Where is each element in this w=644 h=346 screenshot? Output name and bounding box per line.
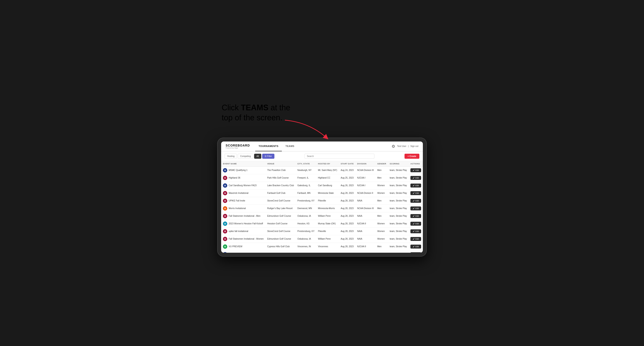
search-box [304,154,374,159]
edit-icon [412,238,415,240]
edit-button[interactable]: Edit [410,245,421,249]
edit-icon [412,223,415,225]
start-date-cell: Aug 28, 2023 [339,243,356,250]
actions-cell: Edit [409,181,423,189]
scoring-cell: team, Stroke Play [388,204,409,212]
edit-button[interactable]: Edit [410,176,421,180]
team-logo [223,214,227,218]
col-gender: GENDER [376,161,388,167]
event-name-cell: upike fall invitational [221,227,265,235]
hosting-filter-btn[interactable]: Hosting [225,154,237,159]
venue-cell: Faribault Golf Club [266,189,296,197]
city-state-cell: Faribault, MN [296,189,316,197]
city-state-cell: Hesston, KS [296,220,316,227]
edit-button[interactable]: Edit [410,183,421,187]
table-container: EVENT NAME VENUE CITY, STATE HOSTED BY S… [221,161,423,253]
edit-button[interactable]: Edit [410,214,421,218]
hosted-by-cell: John A Logan [316,250,339,253]
gender-cell: Women [376,189,388,197]
venue-cell: Cypress Hills Golf Club [266,243,296,250]
edit-button[interactable]: Edit [410,229,421,233]
table-row: Morris Invitational Ruttger's Bay Lake R… [221,204,423,212]
division-cell: NJCAA I [356,250,376,253]
table-row: 2023 Women's Hesston Fall Kickoff Hessto… [221,220,423,227]
edit-icon [412,230,415,232]
event-name-cell: MSMC Qualifying 1 [221,166,265,174]
all-filter-btn[interactable]: All [254,154,261,159]
logo-icon [224,238,226,240]
city-state-cell: Oskaloosa, IA [296,235,316,243]
actions-cell: Edit [409,227,423,235]
tab-tournaments[interactable]: TOURNAMENTS [255,142,282,151]
start-date-cell: Aug 28, 2023 [339,235,356,243]
edit-button[interactable]: Edit [410,222,421,226]
scoring-cell: team, Stroke Play [388,212,409,220]
logo-icon [224,192,226,194]
sign-out-link[interactable]: Sign out [410,145,418,147]
actions-cell: Edit [409,189,423,197]
hosted-by-cell: Minnesota-Morris [316,204,339,212]
event-name-cell: 2023 Women's Hesston Fall Kickoff [221,220,265,227]
city-state-cell: Freeport, IL [296,174,316,181]
header-right: Test User | Sign out [392,144,418,148]
logo-area: SCOREBOARD Powered by Clippi [226,144,250,149]
settings-icon[interactable] [392,144,395,148]
col-hosted-by: HOSTED BY [316,161,339,167]
start-date-cell: Aug 26, 2023 [339,181,356,189]
edit-icon [412,207,415,209]
tablet-frame: SCOREBOARD Powered by Clippi TOURNAMENTS… [217,138,426,257]
edit-button[interactable]: Edit [410,168,421,172]
edit-button[interactable]: Edit [410,199,421,203]
venue-cell: Lake Bracken Country Club [266,181,296,189]
division-cell: NCAA Division III [356,204,376,212]
search-input[interactable] [304,154,374,159]
edit-button[interactable]: Edit [410,206,421,210]
actions-cell: Edit [409,250,423,253]
venue-cell: The Powelton Club [266,166,296,174]
gender-cell: Men [376,174,388,181]
city-state-cell: Newburgh, NY [296,166,316,174]
team-logo [223,183,227,188]
logo-icon [224,199,226,202]
actions-cell: Edit [409,174,423,181]
filter-icon-btn[interactable]: ☰ Filter [262,154,274,159]
logo-icon [224,222,226,225]
team-logo [223,206,227,211]
logo-icon [224,169,226,172]
actions-cell: Edit [409,204,423,212]
hosted-by-cell: Vincennes [316,243,339,250]
gender-cell: Men [376,197,388,204]
competing-filter-btn[interactable]: Competing [238,154,253,159]
actions-cell: Edit [409,220,423,227]
edit-button[interactable]: Edit [410,237,421,241]
col-start-date: START DATE [339,161,356,167]
division-cell: NJCAA II [356,243,376,250]
division-cell: NAIA [356,235,376,243]
logo-subtitle: Powered by Clippi [226,147,250,149]
col-actions: ACTIONS [409,161,423,167]
division-cell: NAIA [356,197,376,204]
division-cell: NJCAA II [356,220,376,227]
city-state-cell: Prestonsburg, KY [296,197,316,204]
start-date-cell: Aug 28, 2023 [339,197,356,204]
team-logo [223,237,227,241]
tab-teams[interactable]: TEAMS [282,142,298,151]
team-logo [223,191,227,195]
edit-icon [412,200,415,202]
logo-icon [224,230,226,233]
table-row: Fall Statesmen Invitational - Women Edmu… [221,235,423,243]
city-state-cell: Oskaloosa, IA [296,212,316,220]
edit-icon [412,169,415,171]
scoring-cell: team, Stroke Play [388,220,409,227]
edit-button[interactable]: Edit [410,252,421,253]
event-name-cell: Morris Invitational [221,204,265,212]
event-name-cell: Fall Statesmen Invitational - Women [221,235,265,243]
edit-button[interactable]: Edit [410,191,421,195]
team-logo [223,176,227,180]
start-date-cell: Aug 24, 2023 [339,166,356,174]
nav-tabs: TOURNAMENTS TEAMS [255,142,298,151]
create-btn[interactable]: + Create [404,154,419,159]
hosted-by-cell: Pikeville [316,197,339,204]
start-date-cell: Aug 28, 2023 [339,250,356,253]
edit-icon [412,245,415,248]
